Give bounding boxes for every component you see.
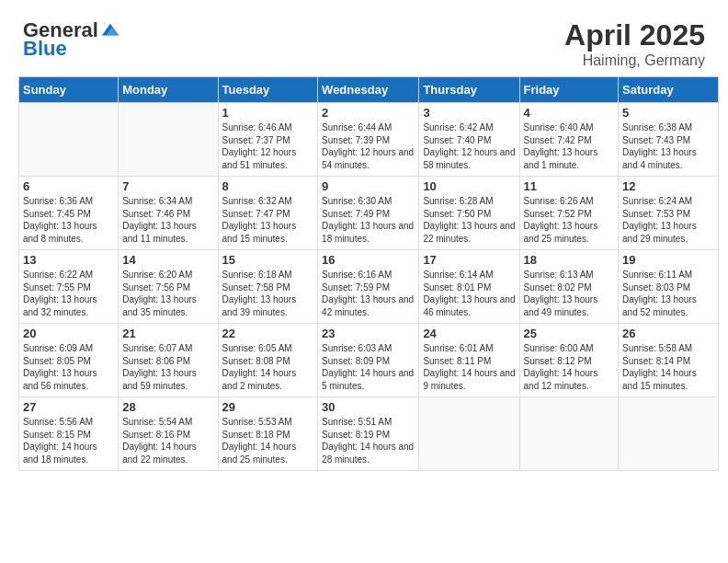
day-number: 16 <box>322 253 415 267</box>
calendar-cell: 9Sunrise: 6:30 AM Sunset: 7:49 PM Daylig… <box>318 177 419 250</box>
day-number: 10 <box>423 179 515 193</box>
calendar-cell: 23Sunrise: 6:03 AM Sunset: 8:09 PM Dayli… <box>318 324 419 397</box>
calendar-cell: 27Sunrise: 5:56 AM Sunset: 8:15 PM Dayli… <box>19 397 119 471</box>
day-info: Sunrise: 6:09 AM Sunset: 8:05 PM Dayligh… <box>23 342 114 392</box>
calendar-cell: 17Sunrise: 6:14 AM Sunset: 8:01 PM Dayli… <box>419 250 519 324</box>
calendar-cell: 7Sunrise: 6:34 AM Sunset: 7:46 PM Daylig… <box>119 177 218 250</box>
calendar-cell: 30Sunrise: 5:51 AM Sunset: 8:19 PM Dayli… <box>318 397 419 471</box>
calendar-cell: 21Sunrise: 6:07 AM Sunset: 8:06 PM Dayli… <box>119 324 218 397</box>
day-number: 3 <box>423 106 515 120</box>
calendar-cell: 19Sunrise: 6:11 AM Sunset: 8:03 PM Dayli… <box>619 250 719 324</box>
day-info: Sunrise: 5:58 AM Sunset: 8:14 PM Dayligh… <box>622 342 714 392</box>
day-info: Sunrise: 5:54 AM Sunset: 8:16 PM Dayligh… <box>122 416 213 465</box>
weekday-header-thursday: Thursday <box>419 77 519 103</box>
location: Haiming, Germany <box>564 52 705 69</box>
day-number: 2 <box>322 106 415 120</box>
day-number: 5 <box>622 106 714 120</box>
day-number: 19 <box>622 253 714 267</box>
day-number: 13 <box>23 253 114 267</box>
calendar-container: SundayMondayTuesdayWednesdayThursdayFrid… <box>9 76 719 480</box>
day-number: 18 <box>524 253 615 267</box>
logo: General Blue <box>23 18 120 61</box>
day-number: 27 <box>23 400 114 414</box>
calendar-cell: 16Sunrise: 6:16 AM Sunset: 7:59 PM Dayli… <box>318 250 419 324</box>
calendar-cell <box>119 103 218 177</box>
day-number: 21 <box>122 327 213 340</box>
calendar-cell: 5Sunrise: 6:38 AM Sunset: 7:43 PM Daylig… <box>619 103 719 177</box>
day-number: 12 <box>622 179 714 193</box>
day-number: 8 <box>222 179 314 193</box>
day-info: Sunrise: 6:38 AM Sunset: 7:43 PM Dayligh… <box>622 121 714 171</box>
calendar-cell: 24Sunrise: 6:01 AM Sunset: 8:11 PM Dayli… <box>419 324 519 397</box>
day-info: Sunrise: 6:20 AM Sunset: 7:56 PM Dayligh… <box>122 269 213 318</box>
day-info: Sunrise: 6:36 AM Sunset: 7:45 PM Dayligh… <box>23 195 114 245</box>
weekday-header-friday: Friday <box>519 77 619 103</box>
calendar-cell: 29Sunrise: 5:53 AM Sunset: 8:18 PM Dayli… <box>218 397 318 471</box>
weekday-header-wednesday: Wednesday <box>318 77 419 103</box>
calendar-cell: 12Sunrise: 6:24 AM Sunset: 7:53 PM Dayli… <box>619 177 719 250</box>
calendar-cell: 2Sunrise: 6:44 AM Sunset: 7:39 PM Daylig… <box>318 103 419 177</box>
calendar-table: SundayMondayTuesdayWednesdayThursdayFrid… <box>18 76 719 471</box>
calendar-cell: 28Sunrise: 5:54 AM Sunset: 8:16 PM Dayli… <box>119 397 218 471</box>
weekday-header-tuesday: Tuesday <box>218 77 318 103</box>
day-info: Sunrise: 6:40 AM Sunset: 7:42 PM Dayligh… <box>524 121 615 171</box>
page-header: General Blue April 2025 Haiming, Germany <box>9 9 719 76</box>
logo-icon <box>100 20 120 40</box>
day-number: 30 <box>322 400 415 414</box>
day-info: Sunrise: 6:30 AM Sunset: 7:49 PM Dayligh… <box>322 195 415 245</box>
day-number: 6 <box>23 179 114 193</box>
weekday-header-monday: Monday <box>119 77 218 103</box>
day-info: Sunrise: 6:00 AM Sunset: 8:12 PM Dayligh… <box>524 342 615 392</box>
calendar-cell: 11Sunrise: 6:26 AM Sunset: 7:52 PM Dayli… <box>519 177 619 250</box>
day-info: Sunrise: 6:14 AM Sunset: 8:01 PM Dayligh… <box>423 269 515 318</box>
day-number: 29 <box>222 400 314 414</box>
day-info: Sunrise: 6:05 AM Sunset: 8:08 PM Dayligh… <box>222 342 314 392</box>
calendar-cell: 15Sunrise: 6:18 AM Sunset: 7:58 PM Dayli… <box>218 250 318 324</box>
calendar-cell: 3Sunrise: 6:42 AM Sunset: 7:40 PM Daylig… <box>419 103 519 177</box>
day-info: Sunrise: 6:03 AM Sunset: 8:09 PM Dayligh… <box>322 342 415 392</box>
calendar-week-3: 13Sunrise: 6:22 AM Sunset: 7:55 PM Dayli… <box>19 250 719 324</box>
day-number: 15 <box>222 253 314 267</box>
day-number: 9 <box>322 179 415 193</box>
calendar-cell: 10Sunrise: 6:28 AM Sunset: 7:50 PM Dayli… <box>419 177 519 250</box>
day-number: 24 <box>423 327 515 340</box>
day-info: Sunrise: 6:34 AM Sunset: 7:46 PM Dayligh… <box>122 195 213 245</box>
day-number: 1 <box>222 106 314 120</box>
title-block: April 2025 Haiming, Germany <box>564 18 705 69</box>
day-info: Sunrise: 6:16 AM Sunset: 7:59 PM Dayligh… <box>322 269 415 318</box>
calendar-cell <box>619 397 719 471</box>
day-info: Sunrise: 6:01 AM Sunset: 8:11 PM Dayligh… <box>423 342 515 392</box>
calendar-cell: 6Sunrise: 6:36 AM Sunset: 7:45 PM Daylig… <box>19 177 119 250</box>
calendar-cell: 13Sunrise: 6:22 AM Sunset: 7:55 PM Dayli… <box>19 250 119 324</box>
day-number: 28 <box>122 400 213 414</box>
calendar-cell <box>519 397 619 471</box>
calendar-cell: 1Sunrise: 6:46 AM Sunset: 7:37 PM Daylig… <box>218 103 318 177</box>
day-info: Sunrise: 6:07 AM Sunset: 8:06 PM Dayligh… <box>122 342 213 392</box>
calendar-cell <box>19 103 119 177</box>
day-info: Sunrise: 6:44 AM Sunset: 7:39 PM Dayligh… <box>322 121 415 171</box>
day-info: Sunrise: 6:46 AM Sunset: 7:37 PM Dayligh… <box>222 121 314 171</box>
day-info: Sunrise: 6:24 AM Sunset: 7:53 PM Dayligh… <box>622 195 714 245</box>
day-number: 22 <box>222 327 314 340</box>
day-info: Sunrise: 6:28 AM Sunset: 7:50 PM Dayligh… <box>423 195 515 245</box>
calendar-week-2: 6Sunrise: 6:36 AM Sunset: 7:45 PM Daylig… <box>19 177 719 250</box>
calendar-week-4: 20Sunrise: 6:09 AM Sunset: 8:05 PM Dayli… <box>19 324 719 397</box>
calendar-cell: 14Sunrise: 6:20 AM Sunset: 7:56 PM Dayli… <box>119 250 218 324</box>
day-number: 26 <box>622 327 714 340</box>
day-info: Sunrise: 6:42 AM Sunset: 7:40 PM Dayligh… <box>423 121 515 171</box>
calendar-cell: 4Sunrise: 6:40 AM Sunset: 7:42 PM Daylig… <box>519 103 619 177</box>
day-info: Sunrise: 5:56 AM Sunset: 8:15 PM Dayligh… <box>23 416 114 465</box>
day-info: Sunrise: 5:53 AM Sunset: 8:18 PM Dayligh… <box>222 416 314 465</box>
logo-blue-text: Blue <box>23 37 67 61</box>
day-number: 11 <box>524 179 615 193</box>
day-number: 23 <box>322 327 415 340</box>
day-number: 20 <box>23 327 114 340</box>
day-info: Sunrise: 6:13 AM Sunset: 8:02 PM Dayligh… <box>524 269 615 318</box>
weekday-header-row: SundayMondayTuesdayWednesdayThursdayFrid… <box>19 77 719 103</box>
day-number: 17 <box>423 253 515 267</box>
calendar-cell: 22Sunrise: 6:05 AM Sunset: 8:08 PM Dayli… <box>218 324 318 397</box>
calendar-week-5: 27Sunrise: 5:56 AM Sunset: 8:15 PM Dayli… <box>19 397 719 471</box>
day-info: Sunrise: 5:51 AM Sunset: 8:19 PM Dayligh… <box>322 416 415 465</box>
day-info: Sunrise: 6:18 AM Sunset: 7:58 PM Dayligh… <box>222 269 314 318</box>
weekday-header-saturday: Saturday <box>619 77 719 103</box>
